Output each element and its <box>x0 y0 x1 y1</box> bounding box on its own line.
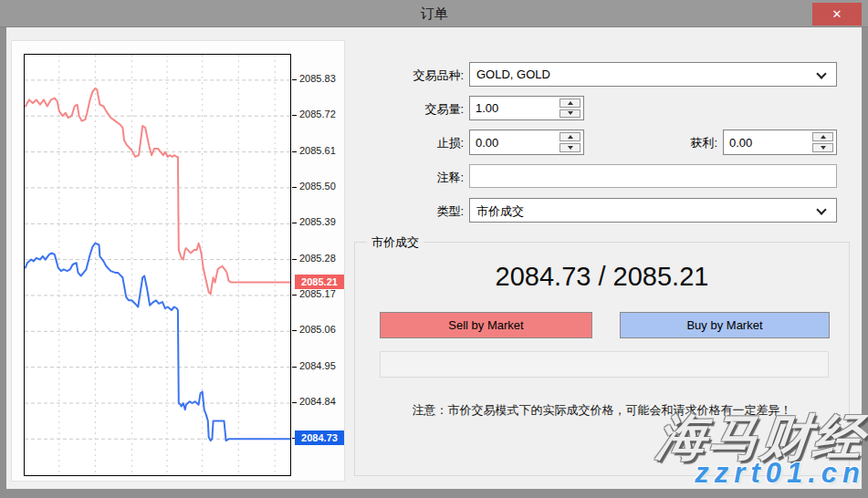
y-axis-tick <box>292 79 297 80</box>
take-profit-spin-down-button[interactable] <box>812 143 833 152</box>
ask-price-tag: 2085.21 <box>295 275 344 289</box>
comment-field <box>469 164 837 188</box>
y-axis-label: 2085.50 <box>299 181 336 192</box>
stop-loss-spin-down-button[interactable] <box>559 143 580 152</box>
volume-spin-up-button[interactable] <box>559 99 580 108</box>
volume-spin-down-button[interactable] <box>559 109 580 119</box>
watermark-url-text: zzrt01.cn <box>695 457 865 490</box>
volume-spinner <box>559 99 580 118</box>
arrow-down-icon <box>568 111 573 115</box>
arrow-down-icon <box>568 146 573 150</box>
stop-loss-input[interactable] <box>470 130 556 154</box>
stop-loss-spin-up-button[interactable] <box>559 132 580 141</box>
y-axis-tick <box>292 187 297 188</box>
y-axis-tick <box>292 367 297 368</box>
arrow-down-icon <box>821 146 826 150</box>
y-axis-label: 2085.17 <box>299 288 336 299</box>
y-axis-label: 2085.83 <box>299 73 336 84</box>
take-profit-input[interactable] <box>724 130 809 154</box>
arrow-up-icon <box>821 135 826 139</box>
tick-chart-svg <box>25 55 290 475</box>
y-axis-tick <box>292 402 297 403</box>
arrow-up-icon <box>568 101 573 105</box>
sell-by-market-button[interactable]: Sell by Market <box>380 312 592 338</box>
stop-loss-field <box>469 130 584 155</box>
arrow-up-icon <box>568 135 573 139</box>
stop-loss-label: 止损: <box>363 135 464 151</box>
window-title: 订单 <box>0 5 868 23</box>
symbol-label: 交易品种: <box>363 67 464 84</box>
chevron-down-icon <box>816 68 826 78</box>
volume-field <box>469 96 584 120</box>
y-axis-tick <box>292 115 297 116</box>
y-axis-label: 2085.06 <box>299 324 336 335</box>
symbol-value: GOLD, GOLD <box>476 67 550 81</box>
price-chart <box>24 54 291 476</box>
chevron-down-icon <box>816 204 826 214</box>
y-axis-tick <box>292 330 297 331</box>
title-bar[interactable]: 订单 ✕ <box>0 0 868 27</box>
volume-label: 交易量: <box>363 101 464 118</box>
group-title: 市价成交 <box>367 234 424 251</box>
y-axis-label: 2084.95 <box>299 360 336 371</box>
take-profit-spinner <box>812 132 833 152</box>
order-type-select[interactable]: 市价成交 <box>469 198 837 223</box>
volume-input[interactable] <box>470 97 556 119</box>
y-axis-tick <box>292 259 297 260</box>
y-axis-tick <box>292 151 297 152</box>
y-axis-label: 2085.39 <box>299 216 336 227</box>
type-label: 类型: <box>363 203 464 220</box>
y-axis-tick <box>292 223 297 223</box>
y-axis-label: 2085.28 <box>299 253 336 264</box>
stop-loss-spinner <box>559 132 580 152</box>
comment-label: 注释: <box>363 170 464 186</box>
take-profit-field <box>723 130 837 155</box>
y-axis-label: 2085.61 <box>299 145 336 156</box>
y-axis-label: 2084.84 <box>299 396 336 407</box>
take-profit-spin-up-button[interactable] <box>812 132 833 141</box>
y-axis-label: 2085.72 <box>299 109 336 119</box>
bid-ask-quote: 2084.73 / 2085.21 <box>355 262 849 292</box>
order-type-value: 市价成交 <box>476 203 524 220</box>
buy-by-market-button[interactable]: Buy by Market <box>620 312 830 338</box>
bid-price-tag: 2084.73 <box>295 431 344 445</box>
close-icon: ✕ <box>832 7 842 21</box>
chart-panel: 2085.832085.722085.612085.502085.392085.… <box>11 40 345 482</box>
y-axis-tick <box>292 295 297 296</box>
order-dialog-window: 订单 ✕ 2085.832085.722085.612085.502085.39… <box>0 0 868 498</box>
take-profit-label: 获利: <box>617 135 717 151</box>
execution-status-box <box>380 351 829 378</box>
close-button[interactable]: ✕ <box>812 3 862 26</box>
symbol-select[interactable]: GOLD, GOLD <box>469 62 837 87</box>
comment-input[interactable] <box>470 165 836 187</box>
